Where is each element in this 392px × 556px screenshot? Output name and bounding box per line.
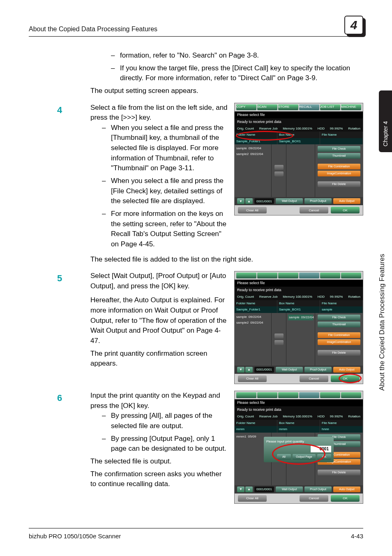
image-combination-button[interactable]: ImageCombination [318,339,360,345]
proof-output-button[interactable]: Proof Output [304,486,332,492]
step4-bullet: For more information on the keys on the … [102,209,228,250]
ss-statusrow: Orig. CountReserve JobMemory 100.0001%HD… [235,413,363,420]
proof-output-button[interactable]: Proof Output [304,367,332,373]
step6-lead: Input the print quantity on the Keypad a… [90,391,228,411]
highlight-oval [272,443,325,465]
chapter-number: 4 [344,16,363,35]
ss-tab[interactable] [236,392,256,398]
file-combination-button[interactable]: File Combination [318,164,360,169]
ss-tab[interactable] [320,273,340,278]
wait-output-button[interactable]: Wait Output [276,486,303,492]
running-head: About the Copied Data Processing Feature… [29,25,157,35]
step5-lead: Select [Wait Output], [Proof Output] or … [90,271,228,291]
intro-bullet: formation, refer to "No. Search" on Page… [111,51,363,61]
ss-status: Ready to receive print data [235,118,363,125]
file-row[interactable]: sample09/22/04 [236,146,270,151]
ss-tab[interactable]: SCAN [257,104,277,110]
transfer-left-button[interactable] [274,171,284,176]
chapter-badge: 4 [341,12,363,35]
cancel-button[interactable]: Cancel [300,375,328,382]
ss-titlebar: Please select file [235,399,363,406]
col-file: File Name [320,132,363,138]
wait-output-button[interactable]: Wait Output [276,367,303,373]
step4-lead: Select a file from the list on the left … [90,103,228,123]
clear-all-button[interactable]: Clear All [238,207,267,213]
ss-tab-active[interactable] [299,273,319,278]
intro-after: The output setting screen appears. [90,86,363,96]
ss-tab[interactable] [257,392,277,398]
step6-bullet: By pressing [Output Page], only 1 page c… [102,434,228,454]
proof-output-button[interactable]: Proof Output [304,198,332,204]
ok-button[interactable]: OK [331,207,360,213]
file-delete-button[interactable]: File Delete [318,470,360,475]
transfer-left-button[interactable] [274,340,284,345]
ss-tab-active[interactable]: RECALL [299,104,319,110]
ss-tab[interactable]: MACHINE [341,104,361,110]
ss-titlebar: Please select file [235,111,363,118]
ss-tab[interactable]: STORE [278,104,298,110]
file-row[interactable]: sample209/22/04 [236,152,270,157]
clear-all-button[interactable]: Clear All [238,495,267,502]
step-number: 6 [29,391,90,405]
step4-bullet: When you select a file and press the [Th… [102,123,228,174]
ss-tab[interactable] [278,273,298,278]
ok-button[interactable]: OK [331,495,360,502]
transfer-right-button[interactable] [274,334,284,338]
wait-output-button[interactable]: Wait Output [276,198,303,204]
step6-after1: The selected file is output. [90,456,228,467]
auto-output-button[interactable]: Auto Output [333,367,360,373]
cancel-button[interactable]: Cancel [300,495,328,502]
step4-after: The selected file is added to the list o… [90,255,363,265]
ss-tab[interactable]: COPY [236,104,256,110]
file-delete-button[interactable]: File Delete [318,181,360,187]
side-chapter-tab: Chapter 4 [379,90,392,152]
footer-product: bizhub PRO 1050/1050e Scanner [29,533,121,540]
intro-bullet: If you know the target file, press the [… [111,63,363,83]
file-check-button[interactable]: File Check [318,315,360,320]
thumbnail-button[interactable]: Thumbnail [318,153,360,159]
ss-tab-active[interactable] [299,392,319,398]
step-number: 4 [29,103,90,117]
file-row[interactable]: sample209/22/04 [236,320,270,325]
ss-tab[interactable]: JOB LIST [320,104,340,110]
file-row[interactable]: sample09/22/04 [236,315,270,320]
side-section-text: About the Copied Data Processing Feature… [378,160,386,391]
footer-page: 4-43 [351,533,363,540]
page-counter: 0001/0001 [254,486,274,492]
ss-titlebar: Please select file [235,280,363,287]
ss-tab[interactable] [341,392,361,398]
selected-file-row[interactable]: sample09/22/04 [288,315,313,320]
ss-status: Ready to receive print data [235,406,363,413]
down-arrow-button[interactable]: ▼ [237,486,244,492]
ss-statusrow: Orig. CountReserve JobMemory 100.0001%HD… [235,294,363,300]
image-combination-button[interactable]: ImageCombination [318,171,360,176]
ss-tab[interactable] [278,392,298,398]
ss-tab[interactable] [257,273,277,278]
page-counter: 0001/0001 [254,367,274,373]
file-combination-button[interactable]: File Combination [318,332,360,338]
down-arrow-button[interactable]: ▼ [237,198,244,204]
step5-para2: The print quantity confirmation screen a… [90,349,228,369]
ss-tab[interactable] [341,273,361,278]
ss-tab[interactable] [320,392,340,398]
transfer-right-button[interactable] [274,165,284,170]
step-number: 5 [29,271,90,285]
step6-bullet: By pressing [All], all pages of the sele… [102,411,228,431]
thumbnail-button[interactable]: Thumbnail [318,322,360,327]
clear-all-button[interactable]: Clear All [238,375,267,382]
auto-output-button[interactable]: Auto Output [333,486,360,492]
page-counter: 0001/0001 [254,198,274,204]
down-arrow-button[interactable]: ▼ [237,367,244,373]
up-arrow-button[interactable]: ▲ [245,486,253,492]
auto-output-button[interactable]: Auto Output [333,198,360,204]
ss-tab[interactable] [236,273,256,278]
step6-after2: The confirmation screen asks you whether… [90,469,228,489]
step4-screenshot: COPY SCAN STORE RECALL JOB LIST MACHINE … [234,103,363,216]
step4-bullet: When you select a file and press the [Fi… [102,176,228,206]
step6-screenshot: Please select file Ready to receive prin… [234,391,363,504]
file-delete-button[interactable]: File Delete [318,350,360,356]
cancel-button[interactable]: Cancel [300,207,328,213]
up-arrow-button[interactable]: ▲ [245,367,253,373]
up-arrow-button[interactable]: ▲ [245,198,253,204]
file-check-button[interactable]: File Check [318,146,360,152]
